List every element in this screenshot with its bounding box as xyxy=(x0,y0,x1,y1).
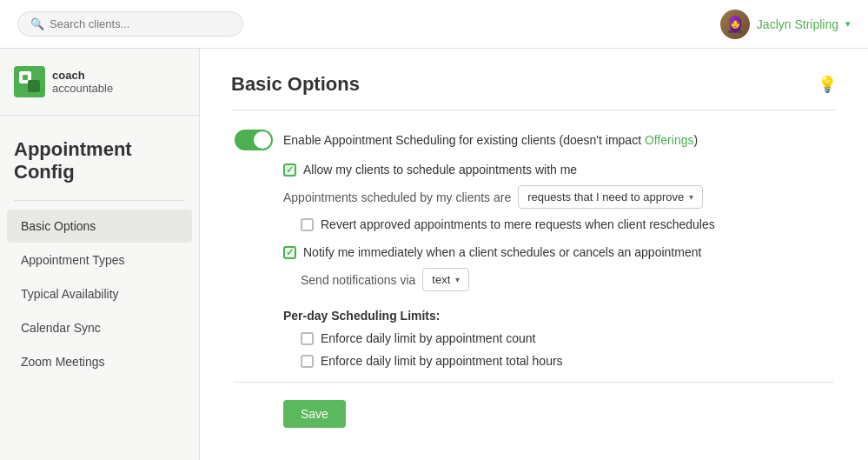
appointments-scheduled-select[interactable]: requests that I need to approve ▾ xyxy=(518,185,703,209)
svg-rect-2 xyxy=(28,80,40,92)
avatar: 🧕 xyxy=(720,10,750,39)
search-input[interactable] xyxy=(50,17,223,30)
bottom-divider xyxy=(235,382,833,383)
notify-label: Notify me immediately when a client sche… xyxy=(303,245,701,259)
svg-rect-3 xyxy=(23,75,28,80)
enforce-hours-row: Enforce daily limit by appointment total… xyxy=(301,354,833,368)
logo-icon xyxy=(14,66,45,97)
revert-label: Revert approved appointments to mere req… xyxy=(321,217,715,231)
search-icon: 🔍 xyxy=(30,17,44,30)
appointments-scheduled-row: Appointments scheduled by my clients are… xyxy=(283,185,833,209)
send-via-prefix: Send notifications via xyxy=(301,273,415,287)
per-day-title: Per-day Scheduling Limits: xyxy=(283,309,833,323)
allow-clients-label: Allow my clients to schedule appointment… xyxy=(303,163,577,177)
sidebar-item-calendar-sync[interactable]: Calendar Sync xyxy=(7,311,192,344)
send-via-row: Send notifications via text ▾ xyxy=(301,268,833,291)
sidebar-item-typical-availability[interactable]: Typical Availability xyxy=(7,277,192,310)
app-title: Appointment Config xyxy=(0,124,199,191)
hint-icon[interactable]: 💡 xyxy=(818,75,837,94)
layout: coach accountable Appointment Config Bas… xyxy=(0,49,868,460)
search-area[interactable]: 🔍 xyxy=(17,11,243,37)
send-via-arrow-icon: ▾ xyxy=(455,275,460,284)
select-arrow-icon: ▾ xyxy=(689,192,693,202)
chevron-down-icon: ▾ xyxy=(845,18,851,30)
enable-scheduling-row: Enable Appointment Scheduling for existi… xyxy=(235,130,833,150)
header-divider xyxy=(231,110,837,110)
allow-clients-row: Allow my clients to schedule appointment… xyxy=(283,163,833,177)
sidebar-divider xyxy=(14,200,185,201)
notify-checkbox[interactable] xyxy=(283,246,296,259)
revert-row: Revert approved appointments to mere req… xyxy=(301,217,833,231)
allow-clients-checkbox[interactable] xyxy=(283,163,296,177)
enforce-count-label: Enforce daily limit by appointment count xyxy=(321,331,535,345)
logo-text: coach accountable xyxy=(52,69,113,95)
topbar: 🔍 🧕 Jaclyn Stripling ▾ xyxy=(0,0,868,49)
save-button[interactable]: Save xyxy=(283,400,346,428)
send-via-select[interactable]: text ▾ xyxy=(422,268,469,291)
enforce-count-checkbox[interactable] xyxy=(301,332,314,345)
enable-scheduling-toggle[interactable] xyxy=(235,130,273,150)
sidebar-item-basic-options[interactable]: Basic Options xyxy=(7,210,192,243)
notify-row: Notify me immediately when a client sche… xyxy=(283,245,833,259)
revert-checkbox[interactable] xyxy=(301,218,314,231)
enforce-hours-checkbox[interactable] xyxy=(301,355,314,368)
enforce-hours-label: Enforce daily limit by appointment total… xyxy=(321,354,563,368)
user-menu[interactable]: 🧕 Jaclyn Stripling ▾ xyxy=(720,10,851,39)
page-title: Basic Options xyxy=(231,73,360,96)
form-section: Enable Appointment Scheduling for existi… xyxy=(231,130,837,428)
username-label: Jaclyn Stripling xyxy=(757,17,838,31)
toggle-label: Enable Appointment Scheduling for existi… xyxy=(283,133,698,147)
page-header: Basic Options 💡 xyxy=(231,73,837,96)
enforce-count-row: Enforce daily limit by appointment count xyxy=(301,331,833,345)
logo-area: coach accountable xyxy=(0,66,199,116)
offerings-link[interactable]: Offerings xyxy=(645,133,694,147)
sidebar-item-zoom-meetings[interactable]: Zoom Meetings xyxy=(7,345,192,378)
sidebar: coach accountable Appointment Config Bas… xyxy=(0,49,200,460)
main-content: Basic Options 💡 Enable Appointment Sched… xyxy=(200,49,868,460)
appointments-scheduled-prefix: Appointments scheduled by my clients are xyxy=(283,190,511,204)
appointments-scheduled-value: requests that I need to approve xyxy=(527,190,684,203)
send-via-value: text xyxy=(432,273,450,286)
sidebar-item-appointment-types[interactable]: Appointment Types xyxy=(7,243,192,277)
